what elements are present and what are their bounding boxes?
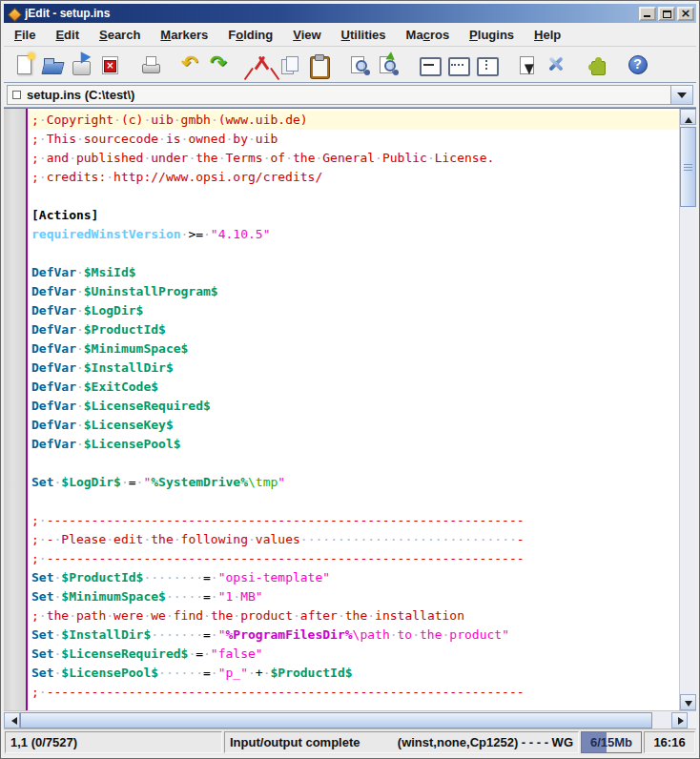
buffer-switcher[interactable]: setup.ins (C:\test\) <box>7 85 693 105</box>
code-line: Set·$LicenseRequired$·=·"false" <box>28 645 679 664</box>
redo-button[interactable] <box>206 51 234 78</box>
help-button[interactable] <box>624 51 651 78</box>
gutter[interactable] <box>4 109 28 710</box>
code-line: ;·--------------------------------------… <box>28 511 679 530</box>
status-message: Input/output complete <box>230 735 360 749</box>
copy-icon <box>278 53 301 76</box>
titlebar: jEdit - setup.ins × <box>4 4 696 23</box>
unsplit-icon <box>418 53 441 76</box>
help-icon <box>627 53 649 76</box>
undo-button[interactable] <box>177 51 205 78</box>
plugin-manager-button[interactable] <box>583 51 610 78</box>
scroll-up-button[interactable] <box>680 109 696 125</box>
new-file-button[interactable] <box>10 51 37 78</box>
window-title: jEdit - setup.ins <box>25 7 637 20</box>
statusbar: 1,1 (0/7527) Input/output complete (wins… <box>4 728 696 755</box>
menu-edit[interactable]: Edit <box>49 25 86 45</box>
text-area[interactable]: ;·Copyright·(c)·uib·gmbh·(www.uib.de);·T… <box>28 109 679 710</box>
menu-help[interactable]: Help <box>527 25 567 45</box>
code-line: ;·This·sourcecode·is·owned·by·uib <box>28 130 679 149</box>
code-line: DefVar·$InstallDir$ <box>28 359 679 378</box>
print-button[interactable] <box>136 51 164 78</box>
menu-utilities[interactable]: Utilities <box>335 25 393 45</box>
split-vertical-icon <box>475 53 498 76</box>
cut-button[interactable] <box>247 51 275 78</box>
code-line: DefVar·$ProductId$ <box>28 320 679 339</box>
redo-icon <box>209 53 232 76</box>
memory-gauge[interactable]: 6/15Mb <box>581 731 642 753</box>
split-vertical-button[interactable] <box>472 51 500 78</box>
menu-view[interactable]: View <box>286 25 327 45</box>
copy-button[interactable] <box>276 51 303 78</box>
vertical-scrollbar <box>679 109 696 710</box>
code-line: DefVar·$ExitCode$ <box>28 378 679 397</box>
minimize-icon <box>644 15 650 17</box>
horizontal-scrollbar <box>4 710 696 728</box>
horizontal-scroll-thumb[interactable] <box>20 712 652 728</box>
code-line <box>28 454 679 473</box>
scroll-left-button[interactable] <box>4 712 20 728</box>
caret-position: 1,1 (0/7527) <box>5 731 222 753</box>
buffer-dropdown-button[interactable] <box>670 86 692 104</box>
menu-macros[interactable]: Macros <box>400 25 457 45</box>
horizontal-scroll-track[interactable] <box>20 712 671 728</box>
open-file-button[interactable] <box>38 51 66 78</box>
plugin-manager-icon <box>586 53 608 76</box>
code-line: ;·Copyright·(c)·uib·gmbh·(www.uib.de) <box>28 111 679 130</box>
global-options-icon <box>545 53 567 76</box>
paste-button[interactable] <box>304 51 332 78</box>
clean-square-icon <box>12 91 21 99</box>
buffer-label: setup.ins (C:\test\) <box>27 88 134 102</box>
menu-plugins[interactable]: Plugins <box>463 25 521 45</box>
code-line: ;·-·Please·edit·the·following·values····… <box>28 530 679 549</box>
code-line: ;·the·path·were·we·find·the·product·afte… <box>28 606 679 626</box>
toolbar <box>4 47 696 83</box>
menu-markers[interactable]: Markers <box>154 25 215 45</box>
status-message-box: Input/output complete (winst,none,Cp1252… <box>224 731 579 753</box>
code-line: Set·$InstallDir$·······=·"%ProgramFilesD… <box>28 626 679 645</box>
close-icon: × <box>679 6 692 20</box>
editor: ;·Copyright·(c)·uib·gmbh·(www.uib.de);·T… <box>4 108 696 710</box>
code-line: DefVar·$LogDir$ <box>28 301 679 320</box>
code-line: DefVar·$LicenseKey$ <box>28 416 679 435</box>
code-line: DefVar·$MinimumSpace$ <box>28 339 679 359</box>
save-file-button[interactable] <box>67 51 94 78</box>
menu-search[interactable]: Search <box>93 25 147 45</box>
maximize-button[interactable] <box>658 7 675 21</box>
close-button[interactable]: × <box>677 7 694 21</box>
paste-icon <box>307 53 330 76</box>
code-line: DefVar·$UninstallProgram$ <box>28 282 679 301</box>
find-next-icon <box>377 53 400 76</box>
print-icon <box>139 53 162 76</box>
find-button[interactable] <box>345 51 373 78</box>
code-line: ;·and·published·under·the·Terms·of·the·G… <box>28 149 679 168</box>
code-line <box>28 492 679 511</box>
vertical-scroll-track[interactable] <box>680 125 696 694</box>
vertical-scroll-thumb[interactable] <box>680 127 696 207</box>
scroll-down-button[interactable] <box>680 694 696 710</box>
code-line: [Actions] <box>28 206 679 225</box>
global-options-button[interactable] <box>542 51 569 78</box>
code-line: Set·$LogDir$·=·"%SystemDrive%\tmp" <box>28 473 679 492</box>
code-line: Set·$MinimumSpace$·····=·"1·MB" <box>28 587 679 606</box>
unsplit-button[interactable] <box>415 51 443 78</box>
find-icon <box>348 53 371 76</box>
code-line: ;·--------------------------------------… <box>28 683 679 702</box>
buffer-options-button[interactable] <box>513 51 541 78</box>
close-buffer-icon <box>98 53 121 76</box>
code-line: DefVar·$LicenseRequired$ <box>28 397 679 416</box>
status-flags: - - - - WG <box>522 735 573 749</box>
buffer-switcher-bar: setup.ins (C:\test\) <box>4 83 696 108</box>
mode-info: (winst,none,Cp1252) - - - - WG <box>398 735 573 749</box>
save-file-icon <box>70 53 93 76</box>
menu-folding[interactable]: Folding <box>221 25 279 45</box>
code-line: Set·$LicensePool$······=·"p_"·+·$Product… <box>28 664 679 683</box>
menu-file[interactable]: File <box>8 25 42 45</box>
scroll-right-button[interactable] <box>671 712 688 728</box>
close-buffer-button[interactable] <box>95 51 123 78</box>
find-next-button[interactable] <box>374 51 401 78</box>
code-line <box>28 244 679 263</box>
minimize-button[interactable] <box>639 7 656 21</box>
code-line: DefVar·$LicensePool$ <box>28 435 679 454</box>
split-horizontal-button[interactable] <box>443 51 471 78</box>
